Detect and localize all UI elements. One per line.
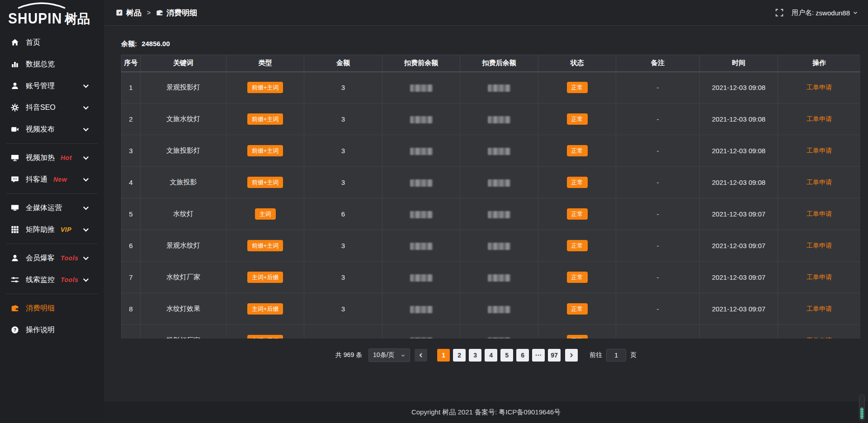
cell-type: 前缀+主词 xyxy=(226,167,304,198)
sidebar-item-account[interactable]: 账号管理 xyxy=(0,75,104,97)
goto-page-input[interactable] xyxy=(606,349,626,362)
monitor-play-icon xyxy=(11,154,19,162)
sidebar-item-label: 数据总览 xyxy=(26,60,55,69)
cell-keyword: 景观水纹灯 xyxy=(141,230,226,262)
sidebar-item-data-overview[interactable]: 数据总览 xyxy=(0,53,104,75)
goto-page: 前往 页 xyxy=(590,349,637,362)
page-button-2[interactable]: 2 xyxy=(453,349,466,362)
redacted-value xyxy=(410,306,433,313)
chevron-down-icon xyxy=(82,254,90,262)
sidebar-divider xyxy=(6,244,98,244)
breadcrumb-item-0[interactable]: 树品 xyxy=(116,8,142,18)
column-header: 状态 xyxy=(538,55,616,72)
cell-amount: 3 xyxy=(304,293,382,325)
page-button-3[interactable]: 3 xyxy=(469,349,481,362)
scrollbar-track[interactable] xyxy=(859,395,865,421)
cell-balance-after xyxy=(460,325,538,339)
column-header: 类型 xyxy=(226,55,304,72)
column-header: 操作 xyxy=(778,55,861,72)
cell-amount: 3 xyxy=(304,262,382,293)
scrollbar-thumb[interactable] xyxy=(860,408,863,419)
sidebar-item-home[interactable]: 首页 xyxy=(0,32,104,53)
page-size-select[interactable]: 10条/页 xyxy=(368,348,410,362)
work-order-link[interactable]: 工单申请 xyxy=(807,210,832,217)
page-ellipsis-button[interactable]: ··· xyxy=(532,349,545,362)
column-header: 备注 xyxy=(616,55,700,72)
sidebar-item-douketong[interactable]: 抖客通New xyxy=(0,169,104,190)
work-order-link[interactable]: 工单申请 xyxy=(807,115,832,122)
redacted-value xyxy=(488,211,510,218)
status-badge: 正常 xyxy=(567,82,588,93)
consume-table: 序号关键词类型金额扣费前余额扣费后余额状态备注时间操作 1景观投影灯前缀+主词3… xyxy=(121,55,860,338)
sidebar-item-video-publish[interactable]: 视频发布 xyxy=(0,118,104,140)
consume-table-wrap: 序号关键词类型金额扣费前余额扣费后余额状态备注时间操作 1景观投影灯前缀+主词3… xyxy=(121,55,860,338)
cell-balance-after xyxy=(460,293,538,325)
prev-page-button[interactable] xyxy=(415,349,427,362)
balance-label: 余额: xyxy=(121,40,137,47)
type-badge: 主词+后缀 xyxy=(247,335,283,338)
chevron-down-icon xyxy=(82,204,90,212)
cell-num: 8 xyxy=(122,293,141,325)
user-menu[interactable]: 用户名: zswodun88 xyxy=(792,9,858,17)
app-icon xyxy=(116,9,123,16)
chevron-right-icon xyxy=(569,352,574,358)
copyright-text: Copyright 树品 2021 备案号: 粤ICP备09019646号 xyxy=(411,408,561,417)
redacted-value xyxy=(410,211,433,218)
work-order-link[interactable]: 工单申请 xyxy=(807,179,832,186)
sidebar-item-member-burst[interactable]: 会员爆客Tools xyxy=(0,247,104,269)
chevron-down-icon xyxy=(82,154,90,162)
wallet-icon xyxy=(11,304,19,312)
sidebar-item-douyin-seo[interactable]: 抖音SEO xyxy=(0,97,104,118)
column-header: 关键词 xyxy=(141,55,226,72)
topbar-right: 用户名: zswodun88 xyxy=(775,9,858,17)
sidebar-item-matrix-boost[interactable]: 矩阵助推VIP xyxy=(0,219,104,240)
work-order-link[interactable]: 工单申请 xyxy=(807,305,832,312)
sidebar-item-consume-detail[interactable]: 消费明细 xyxy=(0,297,104,319)
work-order-link[interactable]: 工单申请 xyxy=(807,273,832,281)
work-order-link[interactable]: 工单申请 xyxy=(807,84,832,91)
cell-status: 正常 xyxy=(538,230,616,262)
cell-action: 工单申请 xyxy=(778,135,861,167)
cell-num: 1 xyxy=(122,72,141,103)
table-row: 8水纹灯效果主词+后缀3正常-2021-12-03 09:07工单申请 xyxy=(122,293,861,325)
brand-logo[interactable]: SHUPIN 树品 xyxy=(0,0,104,28)
page-button-97[interactable]: 97 xyxy=(548,349,561,362)
balance-value: 24856.00 xyxy=(142,40,170,47)
cell-remark: - xyxy=(616,198,700,230)
cell-num: 9 xyxy=(122,325,141,339)
brand-latin: SHUPIN xyxy=(8,11,62,26)
pagination: 共 969 条 10条/页 123456···97 前往 页 xyxy=(104,348,868,362)
table-row: 3文旅投影灯前缀+主词3正常-2021-12-03 09:08工单申请 xyxy=(122,135,861,167)
redacted-value xyxy=(488,243,510,250)
footer: Copyright 树品 2021 备案号: 粤ICP备09019646号 xyxy=(104,401,868,423)
brand-cn: 树品 xyxy=(65,13,90,25)
cell-balance-after xyxy=(460,135,538,167)
page-button-1[interactable]: 1 xyxy=(437,349,450,362)
cell-remark: - xyxy=(616,72,700,103)
page-button-6[interactable]: 6 xyxy=(516,349,529,362)
sidebar-item-label: 会员爆客 xyxy=(26,254,55,263)
cell-type: 主词+后缀 xyxy=(226,325,304,339)
work-order-link[interactable]: 工单申请 xyxy=(807,147,832,154)
cell-time: 2021-12-03 09:07 xyxy=(700,293,778,325)
sidebar-item-clue-monitor[interactable]: 线索监控Tools xyxy=(0,269,104,291)
breadcrumb-item-1[interactable]: 消费明细 xyxy=(156,8,197,18)
sidebar-item-media-ops[interactable]: 全媒体运营 xyxy=(0,197,104,219)
cell-type: 主词+后缀 xyxy=(226,262,304,293)
page-size-value: 10条/页 xyxy=(373,351,394,359)
work-order-link[interactable]: 工单申请 xyxy=(807,242,832,249)
chevron-down-icon xyxy=(82,276,90,284)
fullscreen-icon[interactable] xyxy=(775,9,783,17)
page-button-4[interactable]: 4 xyxy=(485,349,497,362)
work-order-link[interactable]: 工单申请 xyxy=(807,337,832,338)
sidebar-item-video-heat[interactable]: 视频加热Hot xyxy=(0,147,104,169)
sidebar-item-help[interactable]: ?操作说明 xyxy=(0,319,104,341)
page-button-5[interactable]: 5 xyxy=(500,349,513,362)
next-page-button[interactable] xyxy=(565,349,578,362)
type-badge: 主词+后缀 xyxy=(247,303,283,315)
cell-status: 正常 xyxy=(538,103,616,135)
redacted-value xyxy=(488,338,510,338)
sidebar-item-label: 线索监控 xyxy=(26,275,55,285)
user-label: 用户名: xyxy=(792,9,814,17)
sidebar-item-label: 视频加热 xyxy=(26,153,55,163)
